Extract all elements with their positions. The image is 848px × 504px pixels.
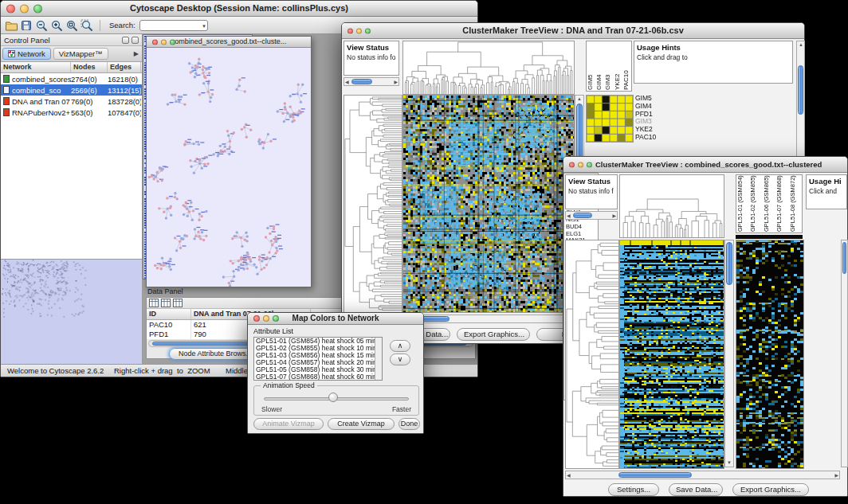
tab-network[interactable]: Network	[2, 48, 51, 60]
float-panel-icon[interactable]	[122, 37, 129, 44]
window-controls	[6, 4, 42, 13]
network-edges: 13112(15)	[108, 86, 141, 95]
create-vizmap-button[interactable]: Create Vizmap	[328, 418, 395, 430]
gene-list-scrollbar[interactable]	[841, 240, 848, 467]
array-column-labels: GPL51-01 (GSM854)GPL51-02 (GSM855)GPL51-…	[736, 174, 803, 233]
export-graphics-button[interactable]: Export Graphics...	[457, 328, 530, 341]
network-view-window-controls	[152, 39, 175, 45]
zoom-window-icon[interactable]	[587, 162, 592, 167]
export-graphics-button[interactable]: Export Graphics...	[732, 483, 809, 496]
treeview-combined-titlebar[interactable]: ClusterMaker TreeView : combined_scores_…	[563, 157, 847, 173]
close-window-icon[interactable]	[6, 4, 15, 13]
network-table-row[interactable]: combined_sco2569(6)13112(15)	[1, 84, 142, 96]
heatmap-scrollbar-vertical[interactable]: ▲ ▼	[724, 240, 734, 467]
scroll-up-icon[interactable]: ▲	[799, 41, 803, 49]
scrollbar-thumb[interactable]	[351, 79, 372, 84]
zoom-fit-icon[interactable]	[65, 18, 79, 33]
column-header[interactable]: ID	[147, 309, 191, 319]
column-dendrogram[interactable]	[619, 174, 724, 238]
close-window-icon[interactable]	[253, 315, 260, 322]
scrollbar-thumb[interactable]	[726, 242, 732, 285]
attribute-list-item[interactable]: GPL51-07 (GSM868) heat shock 60 min	[254, 373, 375, 380]
matrix-mode-icon[interactable]	[173, 299, 183, 307]
scroll-right-icon[interactable]: ▶	[834, 472, 838, 479]
heatmap-scrollbar-horizontal[interactable]: ◀ ▶	[565, 471, 840, 479]
column-header[interactable]: Network	[1, 62, 71, 72]
search-dropdown-icon[interactable]: ▾	[202, 21, 206, 31]
treeview-dna-titlebar[interactable]: ClusterMaker TreeView : DNA and Tran 07-…	[342, 23, 804, 39]
zoom-selected-icon[interactable]	[80, 18, 94, 33]
scrollbar-thumb[interactable]	[798, 65, 803, 115]
speed-slider-thumb[interactable]	[328, 393, 338, 402]
scroll-left-icon[interactable]: ◀	[567, 472, 571, 479]
correlation-matrix[interactable]	[586, 95, 634, 143]
column-header[interactable]: Edges	[108, 62, 141, 72]
zoom-in-icon[interactable]	[49, 18, 64, 33]
attribute-listbox[interactable]: GPL51-01 (GSM854) heat shock 05 minGPL51…	[253, 337, 383, 381]
scroll-right-icon[interactable]: ▶	[394, 79, 398, 86]
tab-vizmapper[interactable]: VizMapper™	[53, 48, 108, 60]
zoom-out-icon[interactable]	[34, 18, 49, 33]
main-window-titlebar[interactable]: Cytoscape Desktop (Session Name: collins…	[1, 1, 477, 17]
status-scrollbar-horizontal[interactable]: ◀ ▶	[565, 211, 618, 220]
array-column-label: GPL51-06 (GSM865)	[763, 175, 775, 232]
scroll-right-icon[interactable]: ▶	[612, 213, 616, 220]
attribute-select-icon[interactable]	[161, 299, 171, 307]
minimize-window-icon[interactable]	[161, 39, 167, 45]
network-table-row[interactable]: RNAPuberNov2+563(0)107847(0)	[1, 107, 142, 118]
minimize-window-icon[interactable]	[578, 162, 583, 167]
zoom-heatmap[interactable]	[736, 240, 804, 469]
dialog-titlebar[interactable]: Map Colors to Network	[248, 313, 423, 325]
minimize-window-icon[interactable]	[263, 315, 269, 322]
zoom-window-icon[interactable]	[273, 315, 279, 322]
network-overview-thumbnail[interactable]	[1, 259, 142, 364]
search-input[interactable]: ▾	[139, 20, 208, 31]
network-table: combined_scores2764(0)16218(0)combined_s…	[1, 73, 142, 118]
scrollbar-thumb[interactable]	[375, 338, 382, 350]
save-data-button[interactable]: Save Data...	[669, 483, 723, 496]
settings-button[interactable]: Settings...	[608, 483, 659, 496]
main-window-title: Cytoscape Desktop (Session Name: collins…	[130, 3, 348, 13]
row-dendrogram[interactable]	[565, 240, 619, 469]
scrollbar-thumb[interactable]	[573, 213, 592, 218]
status-scrollbar-horizontal[interactable]: ◀ ▶	[344, 77, 399, 86]
minimize-window-icon[interactable]	[356, 28, 362, 33]
expression-heatmap[interactable]	[402, 95, 575, 313]
close-window-icon[interactable]	[569, 162, 575, 167]
column-header[interactable]: Nodes	[71, 62, 108, 72]
move-down-button[interactable]: ∨	[390, 354, 410, 365]
close-window-icon[interactable]	[347, 28, 353, 33]
network-table-row[interactable]: DNA and Tran 07769(0)183728(0)	[1, 96, 142, 107]
network-nodes: 563(0)	[71, 108, 108, 117]
scrollbar-thumb[interactable]	[576, 104, 583, 164]
zoom-window-icon[interactable]	[33, 4, 42, 13]
table-mode-icon[interactable]	[149, 299, 159, 307]
zoom-window-icon[interactable]	[365, 28, 371, 33]
matrix-column-label: YKE2	[614, 41, 622, 91]
scrollbar-thumb[interactable]	[618, 472, 692, 478]
map-colors-dialog: Map Colors to Network Attribute List GPL…	[247, 312, 424, 434]
column-dendrogram[interactable]	[402, 41, 575, 95]
open-session-icon[interactable]	[4, 18, 18, 33]
scroll-left-icon[interactable]: ◀	[567, 213, 571, 220]
save-session-icon[interactable]	[19, 18, 33, 33]
network-table-row[interactable]: combined_scores2764(0)16218(0)	[1, 73, 142, 84]
expression-heatmap[interactable]	[619, 240, 724, 469]
move-up-button[interactable]: ∧	[390, 340, 410, 352]
close-panel-icon[interactable]	[132, 37, 139, 44]
scroll-left-icon[interactable]: ◀	[345, 79, 349, 86]
scrollbar-thumb[interactable]	[842, 242, 846, 274]
zoom-window-icon[interactable]	[170, 39, 175, 45]
attribute-list-scrollbar[interactable]	[375, 338, 382, 380]
network-canvas[interactable]	[147, 48, 311, 287]
scroll-up-icon[interactable]: ▲	[577, 96, 582, 103]
row-dendrogram[interactable]	[344, 95, 402, 313]
network-view-window[interactable]: combined_scores_good.txt--cluste...	[146, 36, 312, 287]
minimize-window-icon[interactable]	[20, 4, 29, 13]
tab-scroll-arrow-icon[interactable]: ▶	[134, 50, 139, 57]
done-button[interactable]: Done	[398, 418, 420, 430]
scroll-down-icon[interactable]: ▼	[727, 459, 732, 467]
close-window-icon[interactable]	[152, 39, 158, 45]
network-view-titlebar[interactable]: combined_scores_good.txt--cluste...	[147, 37, 311, 48]
animate-vizmap-button[interactable]: Animate Vizmap	[253, 418, 324, 430]
